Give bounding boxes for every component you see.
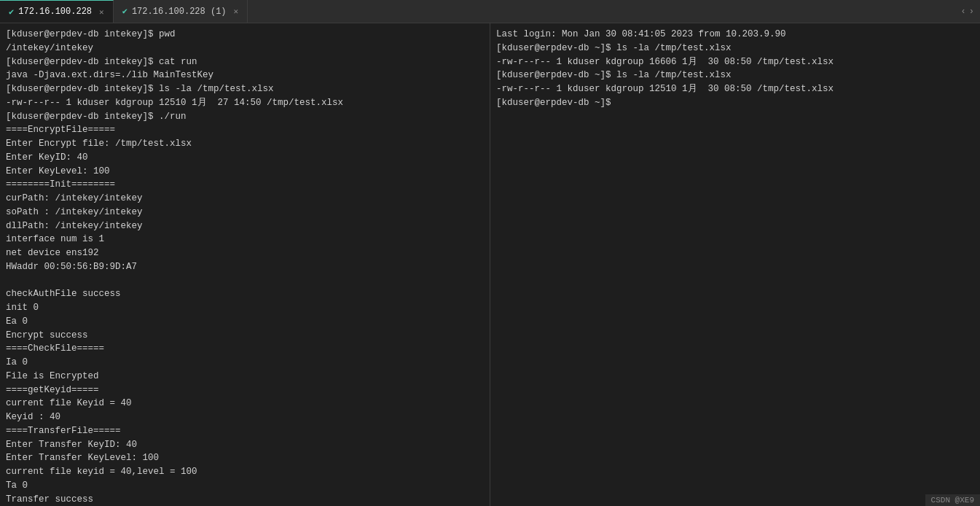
tab-nav-prev[interactable]: ‹ (961, 7, 966, 17)
terminal-panel-1[interactable]: [kduser@erpdev-db intekey]$ pwd /intekey… (0, 23, 490, 506)
terminal-panel-2[interactable]: Last login: Mon Jan 30 08:41:05 2023 fro… (490, 23, 980, 506)
tab-1[interactable]: ✔ 172.16.100.228 ✕ (0, 0, 114, 23)
tab-2-check: ✔ (122, 6, 128, 17)
panels: [kduser@erpdev-db intekey]$ pwd /intekey… (0, 23, 980, 506)
tab-2-close[interactable]: ✕ (234, 7, 239, 16)
tab-navigation: ‹ › (955, 0, 980, 23)
tab-2-label: 172.16.100.228 (1) (132, 7, 227, 17)
tabs-bar: ✔ 172.16.100.228 ✕ ✔ 172.16.100.228 (1) … (0, 0, 980, 23)
terminal-container: ✔ 172.16.100.228 ✕ ✔ 172.16.100.228 (1) … (0, 0, 980, 506)
tab-1-check: ✔ (9, 7, 14, 17)
tab-1-close[interactable]: ✕ (99, 7, 104, 17)
footer-label: CSDN @XE9 (925, 494, 980, 506)
tab-1-label: 172.16.100.228 (18, 7, 92, 17)
tab-2[interactable]: ✔ 172.16.100.228 (1) ✕ (114, 0, 248, 23)
tab-nav-next[interactable]: › (969, 7, 974, 17)
